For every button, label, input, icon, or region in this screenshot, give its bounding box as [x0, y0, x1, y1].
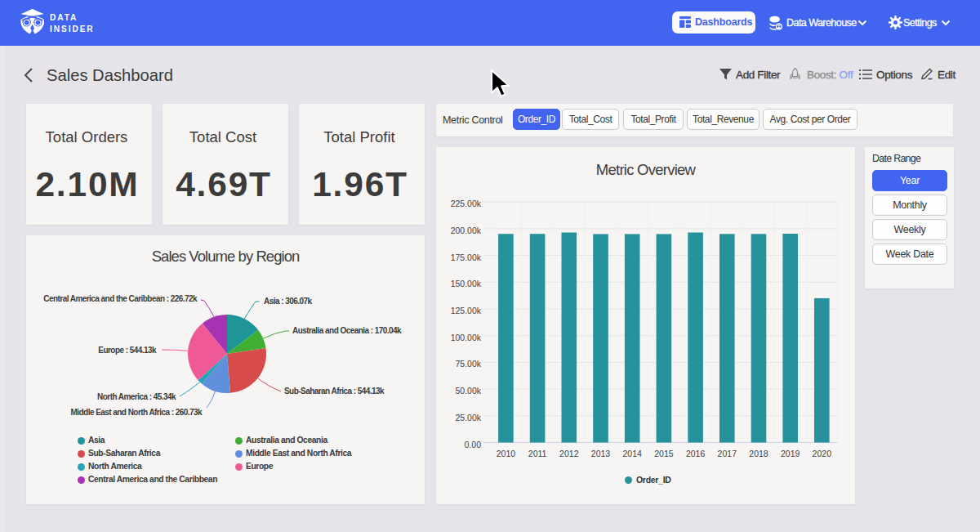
- svg-text:2014: 2014: [623, 449, 643, 458]
- svg-text:2011: 2011: [528, 449, 547, 458]
- svg-text:2010: 2010: [497, 449, 516, 458]
- svg-text:50.00k: 50.00k: [455, 386, 481, 396]
- svg-text:2018: 2018: [749, 449, 768, 458]
- svg-text:75.00k: 75.00k: [455, 359, 481, 369]
- svg-text:225.00k: 225.00k: [451, 199, 482, 208]
- svg-text:100.00k: 100.00k: [451, 333, 482, 342]
- svg-text:2013: 2013: [591, 449, 611, 458]
- svg-text:2012: 2012: [559, 449, 579, 458]
- svg-text:150.00k: 150.00k: [451, 279, 482, 288]
- svg-text:0.00: 0.00: [465, 440, 482, 449]
- svg-text:125.00k: 125.00k: [451, 306, 482, 315]
- svg-text:175.00k: 175.00k: [451, 253, 482, 262]
- svg-text:2020: 2020: [813, 449, 832, 458]
- svg-text:200.00k: 200.00k: [451, 226, 482, 235]
- svg-text:2015: 2015: [654, 449, 674, 458]
- svg-text:2016: 2016: [686, 449, 706, 458]
- svg-text:2019: 2019: [781, 449, 800, 458]
- svg-text:2017: 2017: [718, 449, 737, 458]
- svg-text:25.00k: 25.00k: [455, 413, 481, 422]
